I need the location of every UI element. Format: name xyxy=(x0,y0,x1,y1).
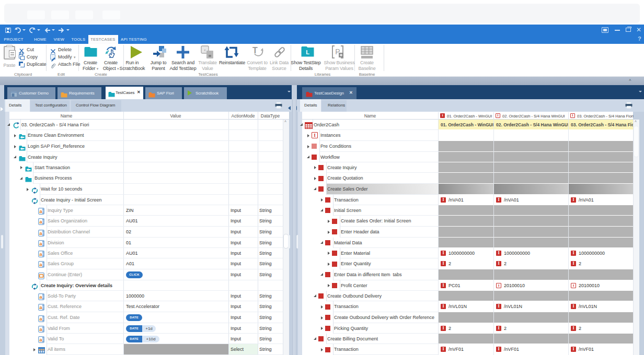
svg-text:a: a xyxy=(39,316,42,322)
svg-text:‹: ‹ xyxy=(204,48,206,53)
svg-text:a: a xyxy=(39,326,42,332)
svg-text:a: a xyxy=(39,304,42,310)
svg-text:a: a xyxy=(39,241,42,246)
svg-text:a: a xyxy=(39,208,42,214)
svg-text:a: a xyxy=(39,251,42,257)
svg-text:L: L xyxy=(306,49,309,55)
svg-text:a: a xyxy=(39,230,42,236)
svg-text:a: a xyxy=(39,337,42,342)
svg-text:T: T xyxy=(252,46,258,55)
svg-text:a: a xyxy=(39,219,42,224)
svg-text:a: a xyxy=(39,294,42,300)
svg-text:a: a xyxy=(39,262,42,267)
